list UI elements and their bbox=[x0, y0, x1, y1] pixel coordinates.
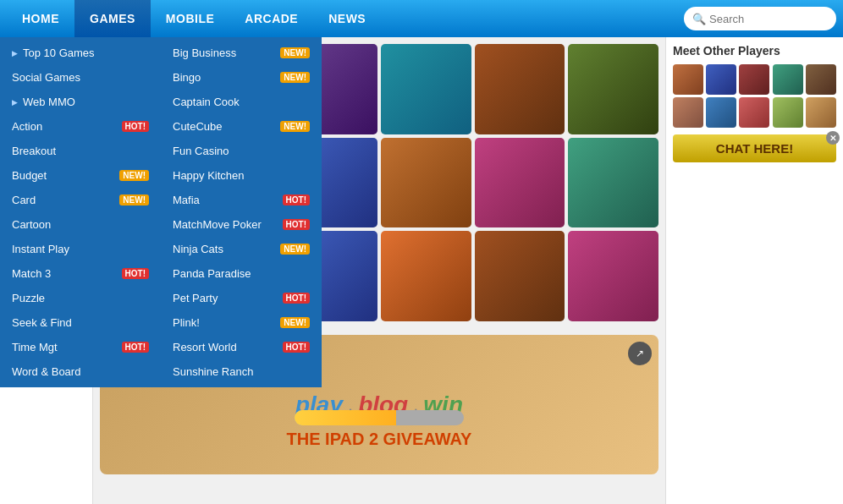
dd-col2-item[interactable]: Big BusinessNEW! bbox=[161, 41, 322, 65]
dd-col1-item[interactable]: Match 3HOT! bbox=[0, 261, 161, 286]
dd-col1-item[interactable]: ActionHOT! bbox=[0, 114, 161, 139]
player-avatar[interactable] bbox=[739, 97, 769, 128]
game-tile[interactable] bbox=[568, 44, 658, 134]
dd-item-label: Web MMO bbox=[23, 96, 75, 108]
dd-item-label: Breakout bbox=[12, 145, 56, 157]
dd-item-label: Happy Kitchen bbox=[173, 169, 245, 182]
dd-col2-item[interactable]: Panda Paradise bbox=[161, 261, 322, 286]
dd-item-label: Mafia bbox=[173, 194, 200, 206]
nav-games[interactable]: GAMES bbox=[74, 0, 151, 37]
dd-item-label: Top 10 Games bbox=[23, 47, 95, 59]
dd-item-badge: HOT! bbox=[283, 219, 310, 230]
right-panel: Meet Other Players CHAT HERE! ✕ bbox=[665, 37, 843, 504]
chat-label: CHAT HERE! bbox=[716, 141, 793, 156]
ipad-giveaway-text: THE IPAD 2 GIVEAWAY bbox=[100, 430, 658, 449]
dd-col2-item[interactable]: MafiaHOT! bbox=[161, 188, 322, 212]
dd-item-label: Match 3 bbox=[12, 267, 51, 280]
dd-col2-item[interactable]: Ninja CatsNEW! bbox=[161, 237, 322, 261]
dropdown-menu: Top 10 GamesSocial GamesWeb MMOActionHOT… bbox=[0, 37, 322, 387]
dd-item-badge: NEW! bbox=[280, 72, 310, 83]
dd-col2-item[interactable]: Plink!NEW! bbox=[161, 310, 322, 335]
share-button[interactable]: ↗ bbox=[628, 342, 652, 365]
dd-col1-item[interactable]: Social Games bbox=[0, 65, 161, 90]
game-tile[interactable] bbox=[475, 138, 565, 228]
dd-item-badge: HOT! bbox=[122, 121, 149, 132]
dd-col2-item[interactable]: MatchMove PokerHOT! bbox=[161, 212, 322, 237]
dd-col1-item[interactable]: BudgetNEW! bbox=[0, 163, 161, 188]
promo-progress-bar bbox=[295, 410, 464, 425]
player-avatar[interactable] bbox=[806, 64, 836, 95]
game-tile[interactable] bbox=[475, 44, 565, 134]
dd-item-badge: NEW! bbox=[280, 121, 310, 132]
dd-col2-item[interactable]: CuteCubeNEW! bbox=[161, 114, 322, 139]
dd-col1-item[interactable]: CardNEW! bbox=[0, 188, 161, 212]
dd-col1-item[interactable]: Time MgtHOT! bbox=[0, 335, 161, 359]
navbar: HOME GAMES MOBILE ARCADE NEWS 🔍 bbox=[0, 0, 843, 37]
player-avatar[interactable] bbox=[673, 97, 703, 128]
dd-col2-item[interactable]: Captain Cook bbox=[161, 90, 322, 114]
dd-item-label: Cartoon bbox=[12, 218, 51, 231]
search-input[interactable] bbox=[709, 13, 828, 25]
chat-close-button[interactable]: ✕ bbox=[826, 131, 840, 145]
dd-item-label: Action bbox=[12, 120, 42, 133]
dd-item-label: Resort World bbox=[173, 341, 237, 353]
dd-col1-item[interactable]: Instant Play bbox=[0, 237, 161, 261]
dd-item-badge: NEW! bbox=[280, 244, 310, 255]
dd-col2-item[interactable]: BingoNEW! bbox=[161, 65, 322, 90]
dd-col1-item[interactable]: Cartoon bbox=[0, 212, 161, 237]
nav-mobile[interactable]: MOBILE bbox=[151, 0, 229, 37]
game-tile[interactable] bbox=[568, 231, 658, 321]
game-tile[interactable] bbox=[475, 231, 565, 321]
player-avatar[interactable] bbox=[773, 64, 803, 95]
players-grid bbox=[673, 64, 836, 128]
dd-col2-item[interactable]: Pet PartyHOT! bbox=[161, 286, 322, 310]
player-avatar[interactable] bbox=[806, 97, 836, 128]
dd-col1-item[interactable]: Top 10 Games bbox=[0, 41, 161, 65]
dd-item-label: Sunshine Ranch bbox=[173, 365, 253, 378]
dd-item-badge: NEW! bbox=[119, 194, 149, 205]
dd-col1-item[interactable]: Puzzle bbox=[0, 286, 161, 310]
game-tile[interactable] bbox=[381, 44, 471, 134]
dd-col2-item[interactable]: Fun Casino bbox=[161, 139, 322, 163]
promo-subtitle: THE IPAD 2 GIVEAWAY bbox=[100, 410, 658, 449]
player-avatar[interactable] bbox=[773, 97, 803, 128]
dropdown-col2: Big BusinessNEW!BingoNEW!Captain CookCut… bbox=[161, 37, 322, 387]
dd-item-label: Word & Board bbox=[12, 365, 80, 378]
dd-item-label: Fun Casino bbox=[173, 145, 229, 157]
dd-col2-item[interactable]: Resort WorldHOT! bbox=[161, 335, 322, 359]
dd-item-label: Seek & Find bbox=[12, 316, 72, 329]
dd-item-label: Plink! bbox=[173, 316, 200, 329]
dd-item-badge: HOT! bbox=[122, 342, 149, 353]
player-avatar[interactable] bbox=[739, 64, 769, 95]
search-box: 🔍 bbox=[684, 7, 836, 30]
dd-item-badge: HOT! bbox=[283, 293, 310, 304]
dd-item-label: Puzzle bbox=[12, 292, 45, 304]
player-avatar[interactable] bbox=[706, 97, 736, 128]
dd-item-label: CuteCube bbox=[173, 120, 223, 133]
game-tile[interactable] bbox=[381, 138, 471, 228]
player-avatar[interactable] bbox=[673, 64, 703, 95]
player-avatar[interactable] bbox=[706, 64, 736, 95]
game-tile[interactable] bbox=[568, 138, 658, 228]
dd-col1-item[interactable]: Seek & Find bbox=[0, 310, 161, 335]
promo-progress-fill bbox=[295, 410, 396, 425]
dd-item-label: Pet Party bbox=[173, 292, 218, 304]
nav-arcade[interactable]: ARCADE bbox=[229, 0, 313, 37]
dd-item-label: Bingo bbox=[173, 71, 201, 84]
dd-col2-item[interactable]: Happy Kitchen bbox=[161, 163, 322, 188]
dd-item-label: Panda Paradise bbox=[173, 267, 251, 280]
nav-home[interactable]: HOME bbox=[7, 0, 74, 37]
dd-item-label: Big Business bbox=[173, 47, 236, 59]
dd-col2-item[interactable]: Sunshine Ranch bbox=[161, 359, 322, 384]
dd-col1-item[interactable]: Word & Board bbox=[0, 359, 161, 384]
chat-button[interactable]: CHAT HERE! ✕ bbox=[673, 134, 836, 162]
dd-item-label: Time Mgt bbox=[12, 341, 58, 353]
dd-item-badge: NEW! bbox=[280, 317, 310, 328]
dd-col1-item[interactable]: Web MMO bbox=[0, 90, 161, 114]
meet-players-title: Meet Other Players bbox=[673, 44, 836, 58]
nav-news[interactable]: NEWS bbox=[313, 0, 381, 37]
dd-item-label: Captain Cook bbox=[173, 96, 240, 108]
dropdown-col1: Top 10 GamesSocial GamesWeb MMOActionHOT… bbox=[0, 37, 161, 387]
dd-col1-item[interactable]: Breakout bbox=[0, 139, 161, 163]
game-tile[interactable] bbox=[381, 231, 471, 321]
